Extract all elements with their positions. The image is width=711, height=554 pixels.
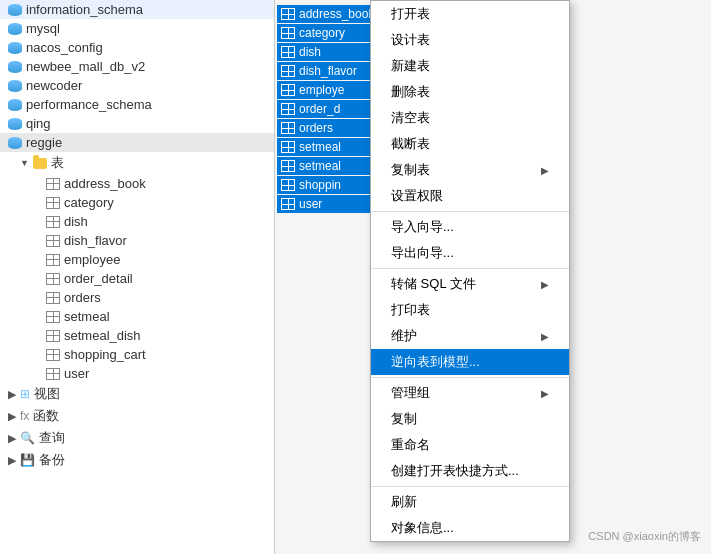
- table-item-shopping-cart[interactable]: shopping_cart: [0, 345, 274, 364]
- database-item-nacos-config[interactable]: nacos_config: [0, 38, 274, 57]
- menu-item-clear-table[interactable]: 清空表: [371, 105, 569, 131]
- menu-item-rename[interactable]: 重命名: [371, 432, 569, 458]
- selected-table-row[interactable]: dish_flavor: [277, 62, 373, 80]
- database-item-qing[interactable]: qing: [0, 114, 274, 133]
- database-item-newcoder[interactable]: newcoder: [0, 76, 274, 95]
- menu-item-design-table[interactable]: 设计表: [371, 27, 569, 53]
- menu-item-delete-table[interactable]: 删除表: [371, 79, 569, 105]
- table-item-user[interactable]: user: [0, 364, 274, 383]
- db-label: newcoder: [26, 78, 82, 93]
- table-item-dish-flavor[interactable]: dish_flavor: [0, 231, 274, 250]
- table-label: orders: [64, 290, 101, 305]
- menu-item-label: 刷新: [391, 493, 417, 511]
- menu-item-import-wizard[interactable]: 导入向导...: [371, 214, 569, 240]
- database-item-mysql[interactable]: mysql: [0, 19, 274, 38]
- selected-table-row[interactable]: employe: [277, 81, 373, 99]
- menu-item-print-table[interactable]: 打印表: [371, 297, 569, 323]
- menu-item-new-table[interactable]: 新建表: [371, 53, 569, 79]
- selected-table-row[interactable]: dish: [277, 43, 373, 61]
- menu-item-dump-sql[interactable]: 转储 SQL 文件 ▶: [371, 271, 569, 297]
- menu-item-label: 清空表: [391, 109, 430, 127]
- query-section[interactable]: ▶ 🔍 查询: [0, 427, 274, 449]
- table-item-orders[interactable]: orders: [0, 288, 274, 307]
- menu-item-duplicate[interactable]: 复制: [371, 406, 569, 432]
- table-item-setmeal-dish[interactable]: setmeal_dish: [0, 326, 274, 345]
- chevron-right-icon: ▶: [8, 454, 16, 467]
- selected-table-row[interactable]: shoppin: [277, 176, 373, 194]
- table-item-order-detail[interactable]: order_detail: [0, 269, 274, 288]
- selected-table-row[interactable]: setmeal: [277, 138, 373, 156]
- table-icon: [281, 8, 295, 20]
- sel-table-label: order_d: [299, 102, 340, 116]
- table-icon: [46, 197, 60, 209]
- table-icon: [281, 84, 295, 96]
- menu-item-open-table[interactable]: 打开表: [371, 1, 569, 27]
- table-icon: [281, 122, 295, 134]
- selected-table-row[interactable]: orders: [277, 119, 373, 137]
- database-item-performance[interactable]: performance_schema: [0, 95, 274, 114]
- selected-table-row[interactable]: order_d: [277, 100, 373, 118]
- function-label: 函数: [33, 407, 59, 425]
- backup-section[interactable]: ▶ 💾 备份: [0, 449, 274, 471]
- db-icon: [8, 137, 22, 149]
- menu-item-create-shortcut[interactable]: 创建打开表快捷方式...: [371, 458, 569, 484]
- selected-table-row[interactable]: address_book: [277, 5, 373, 23]
- table-section-header[interactable]: ▼ 表: [0, 152, 274, 174]
- table-item-category[interactable]: category: [0, 193, 274, 212]
- db-icon: [8, 23, 22, 35]
- table-item-employee[interactable]: employee: [0, 250, 274, 269]
- selected-table-row[interactable]: user: [277, 195, 373, 213]
- menu-item-label: 创建打开表快捷方式...: [391, 462, 519, 480]
- menu-item-label: 新建表: [391, 57, 430, 75]
- db-icon: [8, 4, 22, 16]
- menu-divider: [371, 211, 569, 212]
- table-label: setmeal_dish: [64, 328, 141, 343]
- menu-item-label: 截断表: [391, 135, 430, 153]
- submenu-arrow-icon: ▶: [541, 165, 549, 176]
- database-item-reggie[interactable]: reggie: [0, 133, 274, 152]
- submenu-arrow-icon: ▶: [541, 279, 549, 290]
- menu-item-export-wizard[interactable]: 导出向导...: [371, 240, 569, 266]
- menu-item-label: 重命名: [391, 436, 430, 454]
- chevron-right-icon: ▶: [8, 410, 16, 423]
- menu-item-copy-table[interactable]: 复制表 ▶: [371, 157, 569, 183]
- menu-item-object-info[interactable]: 对象信息...: [371, 515, 569, 541]
- table-item-dish[interactable]: dish: [0, 212, 274, 231]
- menu-item-truncate-table[interactable]: 截断表: [371, 131, 569, 157]
- table-icon: [46, 311, 60, 323]
- menu-item-reverse-model[interactable]: 逆向表到模型...: [371, 349, 569, 375]
- selected-table-row[interactable]: category: [277, 24, 373, 42]
- menu-item-label: 导入向导...: [391, 218, 454, 236]
- menu-item-label: 设置权限: [391, 187, 443, 205]
- table-label: user: [64, 366, 89, 381]
- menu-item-refresh[interactable]: 刷新: [371, 489, 569, 515]
- table-icon: [281, 179, 295, 191]
- menu-item-label: 维护: [391, 327, 417, 345]
- sel-table-label: orders: [299, 121, 333, 135]
- chevron-right-icon: ▶: [8, 388, 16, 401]
- table-icon: [46, 273, 60, 285]
- table-icon: [46, 292, 60, 304]
- sel-table-label: setmeal: [299, 140, 341, 154]
- menu-item-maintain[interactable]: 维护 ▶: [371, 323, 569, 349]
- db-icon: [8, 80, 22, 92]
- menu-item-label: 删除表: [391, 83, 430, 101]
- table-label: dish: [64, 214, 88, 229]
- database-item-newbee[interactable]: newbee_mall_db_v2: [0, 57, 274, 76]
- menu-item-set-permissions[interactable]: 设置权限: [371, 183, 569, 209]
- table-icon: [46, 178, 60, 190]
- selected-table-row[interactable]: setmeal: [277, 157, 373, 175]
- menu-item-label: 打开表: [391, 5, 430, 23]
- function-section[interactable]: ▶ fx 函数: [0, 405, 274, 427]
- db-label: information_schema: [26, 2, 143, 17]
- selected-tables-panel: address_book category dish dish_flavor e…: [275, 0, 375, 218]
- database-item-information-schema[interactable]: information_schema: [0, 0, 274, 19]
- view-section[interactable]: ▶ ⊞ 视图: [0, 383, 274, 405]
- table-section-label: 表: [51, 154, 64, 172]
- table-item-address-book[interactable]: address_book: [0, 174, 274, 193]
- table-icon: [281, 160, 295, 172]
- function-icon: fx: [20, 409, 29, 423]
- table-icon: [281, 46, 295, 58]
- menu-item-manage-group[interactable]: 管理组 ▶: [371, 380, 569, 406]
- table-item-setmeal[interactable]: setmeal: [0, 307, 274, 326]
